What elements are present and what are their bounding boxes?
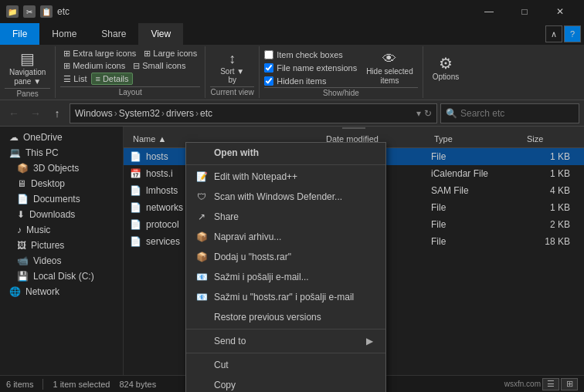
breadcrumb-refresh[interactable]: ↻ [424,108,432,119]
music-icon: ♪ [17,225,22,235]
this-pc-icon: 💻 [9,147,21,158]
local-disk-icon: 💾 [17,271,29,282]
sidebar-item-3d-objects[interactable]: 📦 3D Objects [0,161,123,176]
navigation-pane-button[interactable]: ▤ Navigationpane ▼ [5,48,50,88]
ctx-send-to[interactable]: Send to ▶ [186,331,385,351]
ctx-sazmi-rar-posalji[interactable]: 📧 Sažmi u "hosts.rar" i pošalji e-mail [186,287,385,307]
ctx-separator-1 [186,164,385,165]
sidebar-item-onedrive[interactable]: ☁ OneDrive [0,130,123,145]
small-icons-button[interactable]: ⊟ Small icons [130,60,188,72]
breadcrumb-system32[interactable]: System32 [119,108,160,119]
header-size[interactable]: Size [524,134,570,144]
rar-icon: 📦 [195,251,208,263]
tab-home[interactable]: Home [39,23,89,45]
ctx-copy[interactable]: Copy [186,375,385,392]
options-icon: ⚙ [439,54,453,73]
extra-large-icons-button[interactable]: ⊞ Extra large icons [60,48,139,59]
breadcrumb-drivers[interactable]: drivers [166,108,194,119]
sidebar-item-documents[interactable]: 📄 Documents [0,191,123,207]
networks-icon: 📄 [130,202,141,213]
sidebar-item-pictures[interactable]: 🖼 Pictures [0,238,123,253]
sidebar-item-videos[interactable]: 📹 Videos [0,253,123,269]
ctx-share[interactable]: ↗ Share [186,207,385,227]
restore-icon [195,311,208,323]
sidebar-item-this-pc[interactable]: 💻 This PC [0,145,123,161]
selection-info: 1 item selected [53,380,110,389]
minimize-button[interactable]: — [471,0,507,23]
breadcrumb[interactable]: Windows › System32 › drivers › etc ▾ ↻ [70,103,437,123]
ctx-dodaj-hosts-rar[interactable]: 📦 Dodaj u "hosts.rar" [186,247,385,267]
app-icon: 📁 [6,5,19,18]
show-hide-label: Show/hide [264,87,418,97]
close-button[interactable]: ✕ [542,0,578,23]
maximize-button[interactable]: □ [507,0,542,23]
item-check-boxes-input[interactable] [264,50,273,59]
ribbon-collapse-button[interactable]: ∧ [545,25,562,42]
ctx-edit-notepad[interactable]: 📝 Edit with Notepad++ [186,167,385,187]
layout-label: Layout [60,86,200,96]
file-size: 824 bytes [119,380,156,389]
view-toggle-list[interactable]: ☰ [542,378,559,390]
breadcrumb-windows[interactable]: Windows [75,108,113,119]
email-rar-icon: 📧 [195,291,208,303]
ctx-open-with[interactable]: Open with [186,143,385,163]
header-type[interactable]: Type [431,134,524,144]
quick-access-icon2[interactable]: 📋 [40,5,53,18]
desktop-icon: 🖥 [17,178,26,189]
hosts-i-icon: 📅 [130,168,141,179]
tab-file[interactable]: File [0,23,39,45]
services-icon: 📄 [130,236,141,247]
submenu-arrow: ▶ [366,336,373,346]
list-button[interactable]: ☰ List [60,73,90,85]
up-button[interactable]: ↑ [48,104,66,123]
quick-access-icon[interactable]: ✂ [23,5,36,18]
sidebar-item-downloads[interactable]: ⬇ Downloads [0,207,123,222]
hidden-items-input[interactable] [264,76,273,86]
ctx-sazmi-posalji[interactable]: 📧 Sažmi i pošalji e-mail... [186,267,385,287]
search-input[interactable] [460,108,569,119]
current-view-label: Current view [210,86,254,96]
cut-icon [195,359,208,371]
item-check-boxes-checkbox[interactable]: Item check boxes [264,49,357,60]
breadcrumb-etc[interactable]: etc [200,108,212,119]
forward-button[interactable]: → [26,104,45,123]
ctx-restore-previous[interactable]: Restore previous versions [186,307,385,327]
protocol-icon: 📄 [130,219,141,230]
sidebar-item-network[interactable]: 🌐 Network [0,284,123,299]
watermark: wsxfn.com [504,380,541,388]
details-button[interactable]: ≡ Details [91,73,132,85]
ctx-cut[interactable]: Cut [186,355,385,375]
hide-selected-icon: 👁 [382,51,396,67]
ctx-scan-defender[interactable]: 🛡 Scan with Windows Defender... [186,187,385,207]
defender-icon: 🛡 [195,191,208,203]
hidden-items-checkbox[interactable]: Hidden items [264,76,357,86]
sidebar: ☁ OneDrive 💻 This PC 📦 3D Objects 🖥 Desk… [0,127,124,375]
sidebar-item-music[interactable]: ♪ Music [0,222,123,238]
options-button[interactable]: ⚙ Options [428,51,463,84]
sort-by-button[interactable]: ↕ Sort ▼by [216,49,249,86]
view-toggle-grid[interactable]: ⊞ [561,378,578,390]
tab-share[interactable]: Share [89,23,138,45]
help-button[interactable]: ? [564,25,581,42]
hosts-icon: 📄 [130,151,141,162]
pictures-icon: 🖼 [17,240,26,251]
file-name-extensions-input[interactable] [264,63,273,73]
hide-selected-button[interactable]: 👁 Hide selecteditems [362,49,418,87]
sidebar-item-local-disk[interactable]: 💾 Local Disk (C:) [0,269,123,284]
back-button[interactable]: ← [5,104,23,123]
downloads-icon: ⬇ [17,209,25,220]
large-icons-button[interactable]: ⊞ Large icons [141,48,200,59]
ctx-napravi-arhivu[interactable]: 📦 Napravi arhivu... [186,227,385,247]
network-icon: 🌐 [9,286,21,297]
search-icon: 🔍 [446,108,457,119]
medium-icons-button[interactable]: ⊞ Medium icons [60,60,128,72]
breadcrumb-dropdown[interactable]: ▾ [416,108,421,119]
title-bar: 📁 ✂ 📋 etc — □ ✕ [0,0,584,23]
file-name-extensions-checkbox[interactable]: File name extensions [264,63,357,73]
ribbon-content: ▤ Navigationpane ▼ Panes ⊞ Extra large i… [0,45,584,100]
sidebar-item-desktop[interactable]: 🖥 Desktop [0,176,123,191]
tab-view[interactable]: View [138,23,183,45]
context-menu: Open with 📝 Edit with Notepad++ 🛡 Scan w… [185,142,386,392]
ribbon-tabs: File Home Share View ∧ ? [0,23,584,45]
search-box[interactable]: 🔍 [440,103,579,123]
